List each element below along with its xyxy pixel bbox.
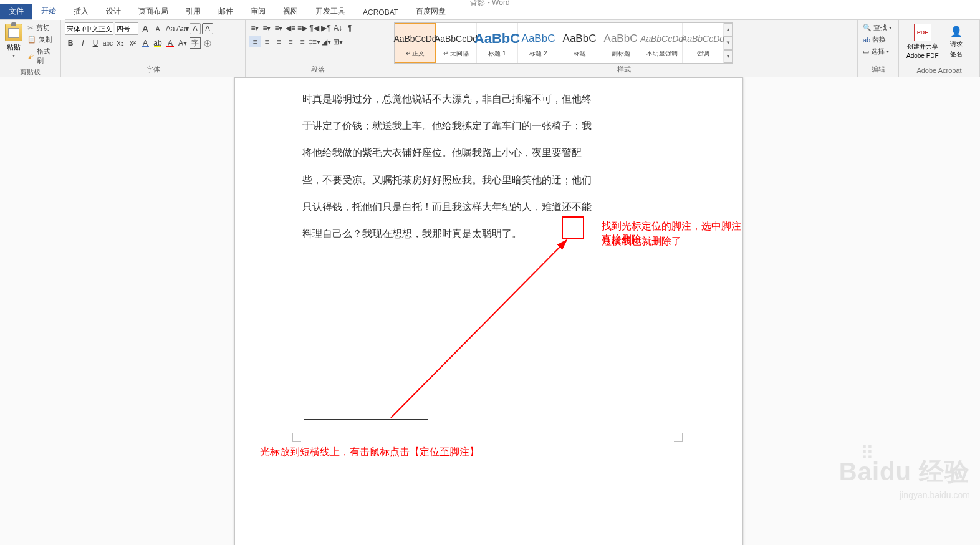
- copy-button[interactable]: 复制: [26, 34, 57, 45]
- text-effects-button[interactable]: A: [140, 37, 151, 49]
- acrobat-group-label: Adobe Acrobat: [903, 65, 976, 75]
- subscript-button[interactable]: x₂: [115, 37, 126, 49]
- tab-layout[interactable]: 页面布局: [130, 4, 177, 19]
- increase-indent-button[interactable]: ≡▶: [297, 22, 308, 34]
- phonetic-guide-button[interactable]: Aa: [165, 23, 176, 34]
- decrease-indent-button[interactable]: ◀≡: [285, 22, 296, 34]
- style-heading1[interactable]: AaBbC 标题 1: [477, 23, 518, 63]
- group-editing: 🔍查找▾ ab替换 ▭选择▾ 编辑: [858, 20, 899, 77]
- tab-references[interactable]: 引用: [177, 4, 209, 19]
- styles-scroll-up[interactable]: ▲: [724, 23, 733, 36]
- show-marks-button[interactable]: ¶: [344, 22, 355, 34]
- scissors-icon: [27, 24, 34, 32]
- brush-icon: [27, 52, 34, 60]
- font-size-select[interactable]: [115, 22, 138, 35]
- tab-devtools[interactable]: 开发工具: [307, 4, 354, 19]
- sort-button[interactable]: A↓: [332, 22, 343, 34]
- annotation-text-bottom: 光标放到短横线上，有击鼠标点击【定位至脚注】: [260, 446, 479, 459]
- rtl-button[interactable]: ▶¶: [320, 22, 332, 34]
- doc-line: 于讲定了价钱；就送我上车。他给我拣定了靠车门的一张椅子；我: [302, 112, 676, 139]
- font-color-button[interactable]: A: [165, 37, 176, 49]
- styles-gallery: AaBbCcDd ↵ 正文 AaBbCcDd ↵ 无间隔 AaBbC 标题 1 …: [394, 22, 733, 64]
- replace-icon: ab: [863, 36, 870, 44]
- shading-button[interactable]: ◢▾: [320, 36, 332, 47]
- request-sign-button[interactable]: 👤 请求 签名: [945, 22, 968, 60]
- superscript-button[interactable]: x²: [127, 37, 138, 49]
- style-title[interactable]: AaBbC 标题: [559, 23, 600, 63]
- style-subtle-emphasis[interactable]: AaBbCcDd 不明显强调: [641, 23, 683, 63]
- clear-format-button[interactable]: A: [190, 23, 201, 34]
- justify-button[interactable]: ≡: [285, 36, 296, 47]
- tab-design[interactable]: 设计: [97, 4, 130, 19]
- create-pdf-button[interactable]: PDF 创建并共享 Adobe PDF: [903, 22, 943, 60]
- distribute-button[interactable]: ≡: [297, 36, 308, 47]
- sign-icon: 👤: [949, 24, 964, 39]
- format-painter-button[interactable]: 格式刷: [26, 46, 57, 66]
- styles-scroll-down[interactable]: ▼: [724, 36, 733, 49]
- copy-icon: [27, 36, 36, 44]
- numbering-button[interactable]: ≡▾: [261, 22, 272, 34]
- find-button[interactable]: 🔍查找▾: [862, 22, 893, 33]
- borders-button[interactable]: ⊞▾: [332, 36, 343, 47]
- align-center-button[interactable]: ≡: [261, 36, 272, 47]
- doc-line: 时真是聪明过分，总觉他说话不大漂亮，非自己插嘴不可，但他终: [302, 85, 676, 112]
- tab-baidu[interactable]: 百度网盘: [407, 4, 454, 19]
- style-subtitle[interactable]: AaBbC 副标题: [600, 23, 641, 63]
- tab-insert[interactable]: 插入: [65, 4, 97, 19]
- footnote-separator[interactable]: [304, 419, 428, 420]
- char-shading-button[interactable]: A▾: [177, 37, 188, 49]
- group-font: A A Aa Aa▾ A A B I U abc x₂ x² A ab A A▾…: [61, 20, 246, 77]
- strikethrough-button[interactable]: abc: [102, 37, 113, 49]
- italic-button[interactable]: I: [77, 37, 89, 49]
- select-icon: ▭: [863, 47, 869, 55]
- corner-mark: [292, 433, 301, 442]
- change-case-button[interactable]: Aa▾: [177, 23, 188, 34]
- doc-line: 只认得钱，托他们只是白托！而且我这样大年纪的人，难道还不能: [302, 193, 676, 220]
- shrink-font-button[interactable]: A: [152, 23, 163, 34]
- style-heading2[interactable]: AaBbC 标题 2: [518, 23, 559, 63]
- document-area: 时真是聪明过分，总觉他说话不大漂亮，非自己插嘴不可，但他终 于讲定了价钱；就送我…: [0, 77, 980, 545]
- highlight-button[interactable]: ab: [152, 37, 163, 49]
- bold-button[interactable]: B: [65, 37, 76, 49]
- replace-button[interactable]: ab替换: [862, 34, 893, 45]
- tab-review[interactable]: 审阅: [242, 4, 274, 19]
- paste-label: 粘贴: [7, 42, 21, 52]
- align-left-button[interactable]: ≡: [249, 36, 261, 47]
- tab-view[interactable]: 视图: [274, 4, 307, 19]
- ltr-button[interactable]: ¶◀: [309, 22, 320, 34]
- ribbon: 粘贴 ▾ 剪切 复制 格式刷 剪贴板 A A Aa Aa▾ A A: [0, 20, 980, 77]
- enclose-char-button[interactable]: A: [202, 23, 213, 34]
- group-paragraph: ≡▾ ≡▾ ≡▾ ◀≡ ≡▶ ¶◀ ▶¶ A↓ ¶ ≡ ≡ ≡ ≡ ≡ ‡≡▾ …: [246, 20, 390, 77]
- multilevel-list-button[interactable]: ≡▾: [273, 22, 284, 34]
- style-normal[interactable]: AaBbCcDd ↵ 正文: [395, 23, 436, 63]
- styles-scroll: ▲ ▼ ▾: [724, 23, 733, 63]
- cut-button[interactable]: 剪切: [26, 22, 57, 33]
- char-border-button[interactable]: 字: [190, 37, 201, 49]
- font-name-select[interactable]: [65, 22, 113, 35]
- page[interactable]: 时真是聪明过分，总觉他说话不大漂亮，非自己插嘴不可，但他终 于讲定了价钱；就送我…: [234, 77, 743, 545]
- tab-acrobat[interactable]: ACROBAT: [354, 6, 407, 19]
- group-acrobat: PDF 创建并共享 Adobe PDF 👤 请求 签名 Adobe Acroba…: [899, 20, 980, 77]
- tab-file[interactable]: 文件: [0, 4, 32, 19]
- tab-home[interactable]: 开始: [32, 3, 65, 20]
- document-title: 背影 - Word: [470, 0, 509, 8]
- style-no-spacing[interactable]: AaBbCcDd ↵ 无间隔: [436, 23, 477, 63]
- paste-button[interactable]: 粘贴 ▾: [4, 22, 24, 60]
- editing-group-label: 编辑: [862, 64, 895, 75]
- font-group-label: 字体: [65, 64, 241, 75]
- select-button[interactable]: ▭选择▾: [862, 46, 893, 57]
- grow-font-button[interactable]: A: [140, 23, 151, 34]
- align-right-button[interactable]: ≡: [273, 36, 284, 47]
- enclose-num-button[interactable]: ㊥: [202, 37, 213, 49]
- annotation-text-top2: 短横线也就删除了: [602, 235, 681, 248]
- line-spacing-button[interactable]: ‡≡▾: [309, 36, 320, 47]
- bullets-button[interactable]: ≡▾: [249, 22, 261, 34]
- annotation-box-footnote: [562, 216, 584, 239]
- styles-expand[interactable]: ▾: [724, 50, 733, 63]
- group-styles: AaBbCcDd ↵ 正文 AaBbCcDd ↵ 无间隔 AaBbC 标题 1 …: [390, 20, 858, 77]
- style-emphasis[interactable]: AaBbCcDd 强调: [683, 23, 724, 63]
- tab-mailings[interactable]: 邮件: [209, 4, 242, 19]
- underline-button[interactable]: U: [90, 37, 101, 49]
- svg-line-0: [391, 240, 567, 418]
- watermark-sub: jingyan.baidu.com: [900, 490, 970, 500]
